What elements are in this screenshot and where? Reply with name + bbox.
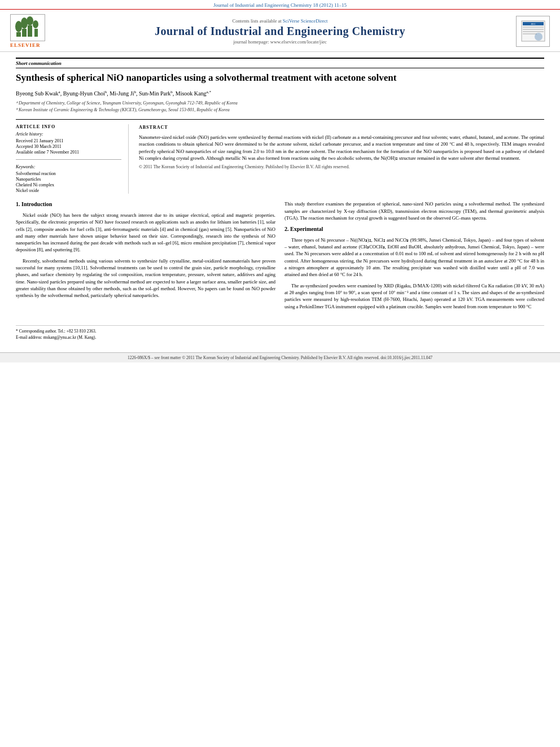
top-banner: Journal of Industrial and Engineering Ch… bbox=[0, 0, 560, 10]
header-area: ELSEVIER Contents lists available at Sci… bbox=[0, 10, 560, 52]
available-date: Available online 7 November 2011 bbox=[16, 150, 121, 155]
experimental-para-2: The as-synthesized powders were examined… bbox=[285, 282, 544, 310]
footer-note-2: E-mail address: mskang@ynu.ac.kr (M. Kan… bbox=[16, 335, 544, 340]
experimental-heading: 2. Experimental bbox=[285, 225, 544, 234]
article-title: Synthesis of spherical NiO nanoparticles… bbox=[16, 72, 544, 84]
author-kwak: Byeong Sub Kwaka bbox=[16, 90, 60, 97]
abstract-copyright: © 2011 The Korean Society of Industrial … bbox=[139, 164, 544, 171]
body-col-right: This study therefore examines the prepar… bbox=[285, 200, 544, 314]
experimental-para-1: Three types of Ni precursor – Ni((NO₃)₂,… bbox=[285, 237, 544, 278]
footer-bar: 1226-086X/$ – see front matter © 2011 Th… bbox=[0, 352, 560, 362]
info-divider bbox=[16, 159, 121, 160]
elsevier-logo-box bbox=[10, 14, 45, 41]
keyword-4: Nickel oxide bbox=[16, 188, 121, 193]
keywords-label: Keywords: bbox=[16, 164, 121, 169]
sciverse-line: Contents lists available at SciVerse Sci… bbox=[50, 18, 510, 24]
svg-point-6 bbox=[33, 20, 38, 28]
svg-point-4 bbox=[21, 18, 28, 29]
keyword-1: Solvothermal reaction bbox=[16, 171, 121, 176]
right-logo-box: JIEC bbox=[516, 16, 550, 47]
svg-point-5 bbox=[27, 16, 33, 25]
authors-line: Byeong Sub Kwaka, Byung-Hyun Choib, Mi-J… bbox=[16, 90, 544, 97]
header-center: Contents lists available at SciVerse Sci… bbox=[50, 18, 510, 45]
main-content: Short communication Synthesis of spheric… bbox=[0, 52, 560, 347]
info-abstract-row: ARTICLE INFO Article history: Received 2… bbox=[16, 119, 544, 194]
keyword-2: Nanoparticles bbox=[16, 177, 121, 182]
author-park: Sun-Min Parkb bbox=[139, 90, 173, 97]
intro-right-para-1: This study therefore examines the prepar… bbox=[285, 200, 544, 221]
author-kang: Misook Kanga,* bbox=[176, 90, 211, 97]
abstract-panel: ABSTRACT Nanometer-sized nickel oxide (N… bbox=[139, 124, 544, 194]
abstract-text: Nanometer-sized nickel oxide (NiO) parti… bbox=[139, 134, 544, 161]
article-info-title: ARTICLE INFO bbox=[16, 124, 121, 129]
intro-para-2: Recently, solvothermal methods using var… bbox=[16, 257, 275, 299]
journal-title: Journal of Industrial and Engineering Ch… bbox=[50, 25, 510, 38]
author-ji: Mi-Jung Jib bbox=[110, 90, 136, 97]
svg-rect-1 bbox=[22, 29, 27, 37]
svg-rect-7 bbox=[34, 29, 38, 37]
received-date: Received 21 January 2011 bbox=[16, 138, 121, 143]
svg-rect-2 bbox=[28, 25, 32, 37]
svg-point-15 bbox=[535, 33, 542, 41]
intro-heading: 1. Introduction bbox=[16, 200, 275, 209]
sciverse-link[interactable]: SciVerse ScienceDirect bbox=[283, 18, 328, 24]
footer-notes: * Corresponding author. Tel.: +82 53 810… bbox=[16, 325, 544, 340]
keyword-3: Chelated Ni complex bbox=[16, 182, 121, 187]
author-choi: Byung-Hyun Choib bbox=[63, 90, 107, 97]
accepted-date: Accepted 30 March 2011 bbox=[16, 144, 121, 149]
journal-homepage: journal homepage: www.elsevier.com/locat… bbox=[50, 39, 510, 45]
banner-text: Journal of Industrial and Engineering Ch… bbox=[213, 2, 347, 8]
body-columns: 1. Introduction Nickel oxide (NiO) has b… bbox=[16, 200, 544, 314]
svg-rect-14 bbox=[523, 33, 537, 34]
svg-rect-11 bbox=[523, 27, 544, 28]
footer-bar-text: 1226-086X/$ – see front matter © 2011 Th… bbox=[128, 355, 432, 360]
svg-rect-13 bbox=[523, 31, 544, 32]
affiliations: ᵃ Department of Chemistry, College of Sc… bbox=[16, 100, 544, 113]
body-col-left: 1. Introduction Nickel oxide (NiO) has b… bbox=[16, 200, 275, 314]
affiliation-a: ᵃ Department of Chemistry, College of Sc… bbox=[16, 100, 544, 107]
svg-text:JIEC: JIEC bbox=[531, 23, 536, 25]
right-logo: JIEC bbox=[510, 16, 550, 47]
article-type-label: Short communication bbox=[16, 58, 544, 68]
svg-rect-12 bbox=[523, 29, 544, 30]
affiliation-b: ᵇ Korean Institute of Ceramic Engineerin… bbox=[16, 107, 544, 113]
elsevier-logo: ELSEVIER bbox=[10, 14, 50, 48]
svg-rect-0 bbox=[16, 32, 21, 37]
elsevier-text: ELSEVIER bbox=[10, 42, 41, 48]
intro-para-1: Nickel oxide (NiO) has been the subject … bbox=[16, 212, 275, 254]
article-info-panel: ARTICLE INFO Article history: Received 2… bbox=[16, 124, 129, 194]
history-label: Article history: bbox=[16, 132, 121, 137]
abstract-title: ABSTRACT bbox=[139, 124, 544, 131]
footer-note-1: * Corresponding author. Tel.: +82 53 810… bbox=[16, 329, 544, 334]
